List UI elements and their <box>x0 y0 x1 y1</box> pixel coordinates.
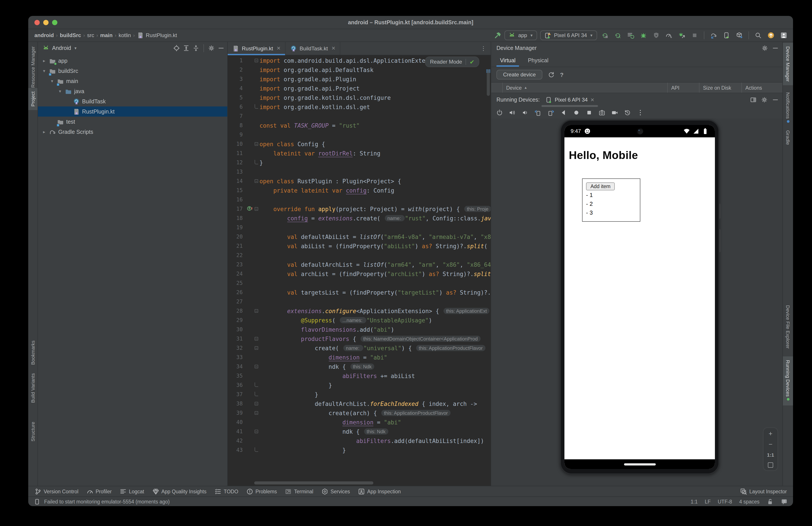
zoom-in-button[interactable]: + <box>769 431 772 437</box>
project-view-selector[interactable]: Android <box>52 45 71 51</box>
tree-item-test[interactable]: test <box>38 117 227 127</box>
fold-marker[interactable] <box>253 140 260 149</box>
apply-code-changes-icon[interactable]: A <box>614 32 621 39</box>
fold-marker[interactable] <box>253 409 260 418</box>
breadcrumb-item[interactable]: kotlin <box>118 32 131 39</box>
collapse-all-icon[interactable] <box>192 45 200 52</box>
device-manager-tab-physical[interactable]: Physical <box>522 54 554 67</box>
overview-square-icon[interactable] <box>585 109 593 116</box>
back-tri-icon[interactable] <box>560 109 567 116</box>
attach-debugger-icon[interactable] <box>678 32 685 39</box>
breadcrumb-file[interactable]: RustPlugin.kt <box>137 32 177 39</box>
balloon-icon[interactable] <box>781 498 788 505</box>
tool-window-button-app-inspection[interactable]: App Inspection <box>358 488 401 495</box>
tool-window-button-structure[interactable]: Structure <box>28 418 38 445</box>
stop-square-icon[interactable] <box>691 32 698 39</box>
camera-icon[interactable] <box>598 109 606 116</box>
tool-window-button-app-quality-insights[interactable]: App Quality Insights <box>152 488 206 495</box>
horizontal-scrollbar[interactable] <box>254 481 373 484</box>
hammer-icon[interactable] <box>494 32 502 39</box>
breadcrumb-item[interactable]: android <box>34 32 54 39</box>
apply-changes-icon[interactable] <box>601 32 609 39</box>
editor-tab-buildtask-kt[interactable]: BuildTask.kt✕ <box>286 42 340 55</box>
code-area[interactable]: Reader Mode ✔ 1import com.android.build.… <box>228 55 491 486</box>
vol-down-icon[interactable] <box>522 109 529 116</box>
breadcrumb-item[interactable]: buildSrc <box>60 32 81 39</box>
gauge-dropdown-icon[interactable] <box>666 32 672 39</box>
tool-window-button-gradle[interactable]: Gradle <box>783 127 793 148</box>
tool-window-button-device-manager[interactable]: Device Manager <box>783 43 793 85</box>
chevron-down-icon[interactable]: ▾ <box>49 79 55 84</box>
fold-marker[interactable] <box>253 204 260 214</box>
fold-marker[interactable] <box>253 362 260 371</box>
tree-item-rustplugin-kt[interactable]: RustPlugin.kt <box>38 106 227 117</box>
fold-marker[interactable] <box>253 344 260 353</box>
chevron-right-icon[interactable]: ▸ <box>42 58 47 63</box>
refresh-icon[interactable] <box>548 71 555 78</box>
lock-open-icon[interactable] <box>767 498 773 505</box>
tool-window-button-terminal[interactable]: Terminal <box>285 488 313 495</box>
vol-up-icon[interactable] <box>509 109 516 116</box>
fold-marker[interactable] <box>253 102 260 112</box>
breadcrumb-item[interactable]: src <box>87 32 94 39</box>
breadcrumb-item[interactable]: main <box>100 32 113 39</box>
chevron-down-icon[interactable]: ▾ <box>42 69 47 73</box>
running-device-tab[interactable]: Pixel 6 API 34 ✕ <box>544 95 595 105</box>
editor-tab-rustplugin-kt[interactable]: RustPlugin.kt✕ <box>228 42 286 55</box>
sdk-manager-icon[interactable] <box>736 32 743 39</box>
rerun-icon[interactable] <box>627 32 634 39</box>
avatar-icon[interactable] <box>780 32 787 39</box>
tool-window-button-version-control[interactable]: Version Control <box>34 488 78 495</box>
fold-marker[interactable] <box>253 390 260 399</box>
fold-marker[interactable] <box>253 446 260 455</box>
minus-icon[interactable] <box>218 45 224 52</box>
record-icon[interactable] <box>611 109 618 116</box>
tool-window-button-running-devices[interactable]: Running Devices <box>783 356 793 406</box>
power-icon[interactable] <box>496 109 503 116</box>
fold-marker[interactable] <box>253 158 260 167</box>
tree-item-app[interactable]: ▸app <box>38 56 227 66</box>
close-icon[interactable]: ✕ <box>590 97 594 103</box>
table-column-api[interactable]: API <box>668 83 699 93</box>
tool-window-button-logcat[interactable]: Logcat <box>120 488 144 495</box>
tree-item-java[interactable]: ▾java <box>38 86 227 96</box>
status-widget-utf-8[interactable]: UTF-8 <box>718 499 732 504</box>
gear-icon[interactable] <box>208 45 215 52</box>
table-column-device[interactable]: Device▲ <box>503 83 668 93</box>
gradle-sync-icon[interactable] <box>710 32 717 39</box>
close-window-button[interactable] <box>34 20 40 25</box>
tree-item-gradle-scripts[interactable]: ▸Gradle Scripts <box>38 127 227 137</box>
gesture-pill[interactable] <box>624 463 655 465</box>
chevron-down-icon[interactable]: ▾ <box>57 89 63 94</box>
tool-window-button-build-variants[interactable]: Build Variants <box>28 370 38 406</box>
tool-window-button-bookmarks[interactable]: Bookmarks <box>28 337 38 368</box>
split-window-icon[interactable] <box>750 96 757 103</box>
tree-item-buildtask[interactable]: BuildTask <box>38 96 227 106</box>
tool-window-button-todo[interactable]: TODO <box>215 488 238 495</box>
tool-window-button-profiler[interactable]: Profiler <box>86 488 112 495</box>
zoom-window-button[interactable] <box>52 20 57 25</box>
expand-all-icon[interactable] <box>183 45 190 52</box>
fold-marker[interactable] <box>253 427 260 436</box>
debug-bug-icon[interactable] <box>640 32 647 39</box>
tool-window-button-project[interactable]: Project <box>28 88 38 110</box>
fold-marker[interactable] <box>253 381 260 390</box>
editor-options-icon[interactable]: ⋮ <box>476 42 491 55</box>
zoom-out-button[interactable]: − <box>769 441 772 447</box>
minimize-window-button[interactable] <box>43 20 48 25</box>
help-icon[interactable]: ? <box>560 71 564 78</box>
tool-window-button-problems[interactable]: Problems <box>246 488 277 495</box>
tool-window-button-layout-inspector[interactable]: Layout Inspector <box>740 488 787 495</box>
fold-marker[interactable] <box>253 399 260 409</box>
status-widget-1-1[interactable]: 1:1 <box>691 499 698 504</box>
fold-marker[interactable] <box>253 177 260 186</box>
target-icon[interactable] <box>173 45 180 52</box>
fold-marker[interactable] <box>253 334 260 344</box>
search-icon[interactable] <box>755 32 762 39</box>
close-icon[interactable]: ✕ <box>276 45 280 51</box>
create-device-button[interactable]: Create device <box>496 70 542 80</box>
hide-panel-icon[interactable] <box>772 44 779 52</box>
override-gutter-icon[interactable] <box>246 204 253 214</box>
tool-window-button-notifications[interactable]: Notifications <box>783 89 793 128</box>
gear-icon[interactable] <box>761 44 768 52</box>
